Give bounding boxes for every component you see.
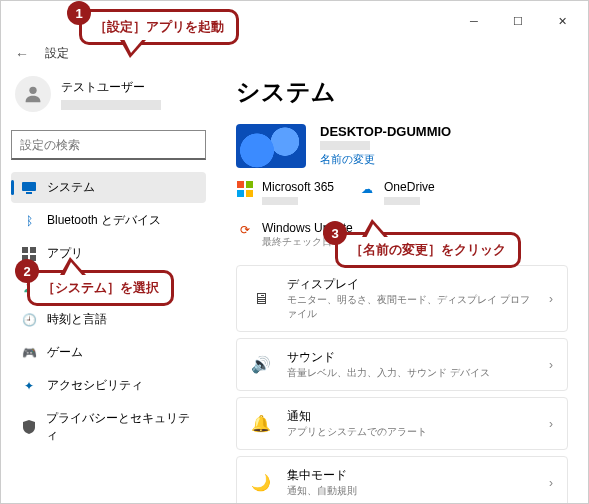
- game-icon: 🎮: [21, 345, 37, 361]
- nav-label: システム: [47, 179, 95, 196]
- nav-label: ゲーム: [47, 344, 83, 361]
- a11y-icon: ✦: [21, 378, 37, 394]
- nav-time-language[interactable]: 🕘 時刻と言語: [11, 304, 206, 335]
- m365-icon: [236, 180, 254, 198]
- nav: システム ᛒ Bluetooth とデバイス 🌐 ネットワークとインターネット …: [11, 172, 206, 451]
- sound-icon: 🔊: [251, 355, 271, 374]
- display-icon: 🖥: [251, 290, 271, 308]
- nav-label: Bluetooth とデバイス: [47, 212, 161, 229]
- redacted: [262, 197, 298, 205]
- nav-label: アクセシビリティ: [47, 377, 143, 394]
- annotation-badge-3: 3: [323, 221, 347, 245]
- svg-rect-3: [22, 247, 28, 253]
- redacted: [384, 197, 420, 205]
- card-sub: モニター、明るさ、夜間モード、ディスプレイ プロファイル: [287, 293, 533, 321]
- chevron-right-icon: ›: [549, 292, 553, 306]
- shield-icon: [21, 419, 36, 435]
- nav-bluetooth[interactable]: ᛒ Bluetooth とデバイス: [11, 205, 206, 236]
- svg-point-0: [29, 87, 36, 94]
- card-title: 通知: [287, 408, 533, 425]
- device-block: DESKTOP-DGUMMIO 名前の変更: [236, 124, 568, 168]
- onedrive-icon: ☁: [358, 180, 376, 198]
- clock-icon: 🕘: [21, 312, 37, 328]
- close-button[interactable]: ✕: [540, 6, 584, 36]
- minimize-button[interactable]: ─: [452, 6, 496, 36]
- svg-rect-10: [237, 190, 244, 197]
- avatar: [15, 76, 51, 112]
- svg-rect-1: [22, 182, 36, 191]
- chevron-right-icon: ›: [549, 417, 553, 431]
- card-title: サウンド: [287, 349, 533, 366]
- device-model-redacted: [320, 141, 370, 150]
- annotation-1: ［設定］アプリを起動: [79, 9, 239, 45]
- nav-gaming[interactable]: 🎮 ゲーム: [11, 337, 206, 368]
- search-input[interactable]: [11, 130, 206, 160]
- annotation-2: ［システム］を選択: [27, 270, 174, 306]
- search-box[interactable]: [11, 130, 206, 160]
- rename-link[interactable]: 名前の変更: [320, 152, 451, 167]
- user-email-redacted: [61, 100, 161, 110]
- tile-m365[interactable]: Microsoft 365: [236, 180, 334, 205]
- tile-label: Microsoft 365: [262, 180, 334, 194]
- svg-rect-4: [30, 247, 36, 253]
- moon-icon: 🌙: [251, 473, 271, 492]
- annotation-text: ［名前の変更］をクリック: [350, 242, 506, 257]
- annotation-badge-1: 1: [67, 1, 91, 25]
- user-name: テストユーザー: [61, 79, 161, 96]
- card-display[interactable]: 🖥 ディスプレイモニター、明るさ、夜間モード、ディスプレイ プロファイル ›: [236, 265, 568, 332]
- main: システム DESKTOP-DGUMMIO 名前の変更 Microsoft 365…: [216, 72, 588, 504]
- annotation-text: ［システム］を選択: [42, 280, 159, 295]
- header: ← 設定: [1, 41, 588, 72]
- annotation-3: ［名前の変更］をクリック: [335, 232, 521, 268]
- card-title: ディスプレイ: [287, 276, 533, 293]
- nav-apps[interactable]: アプリ: [11, 238, 206, 269]
- card-sub: 音量レベル、出力、入力、サウンド デバイス: [287, 366, 533, 380]
- card-sub: アプリとシステムでのアラート: [287, 425, 533, 439]
- annotation-badge-2: 2: [15, 259, 39, 283]
- nav-accessibility[interactable]: ✦ アクセシビリティ: [11, 370, 206, 401]
- card-sub: 通知、自動規則: [287, 484, 533, 498]
- maximize-button[interactable]: ☐: [496, 6, 540, 36]
- nav-label: 時刻と言語: [47, 311, 107, 328]
- device-name: DESKTOP-DGUMMIO: [320, 124, 451, 139]
- update-icon: ⟳: [236, 221, 254, 239]
- card-notifications[interactable]: 🔔 通知アプリとシステムでのアラート ›: [236, 397, 568, 450]
- status-tiles: Microsoft 365 ☁ OneDrive: [236, 180, 568, 205]
- svg-rect-9: [246, 181, 253, 188]
- device-thumbnail: [236, 124, 306, 168]
- system-icon: [21, 180, 37, 196]
- nav-privacy[interactable]: プライバシーとセキュリティ: [11, 403, 206, 451]
- svg-rect-8: [237, 181, 244, 188]
- card-sound[interactable]: 🔊 サウンド音量レベル、出力、入力、サウンド デバイス ›: [236, 338, 568, 391]
- bell-icon: 🔔: [251, 414, 271, 433]
- tile-label: OneDrive: [384, 180, 435, 194]
- settings-cards: 🖥 ディスプレイモニター、明るさ、夜間モード、ディスプレイ プロファイル › 🔊…: [236, 265, 568, 504]
- card-focus[interactable]: 🌙 集中モード通知、自動規則 ›: [236, 456, 568, 504]
- back-button[interactable]: ←: [15, 46, 29, 62]
- chevron-right-icon: ›: [549, 358, 553, 372]
- svg-rect-2: [26, 192, 32, 194]
- user-block[interactable]: テストユーザー: [11, 72, 206, 122]
- page-title: システム: [236, 76, 568, 108]
- annotation-text: ［設定］アプリを起動: [94, 19, 224, 34]
- nav-system[interactable]: システム: [11, 172, 206, 203]
- app-title: 設定: [45, 45, 69, 62]
- bluetooth-icon: ᛒ: [21, 213, 37, 229]
- tile-onedrive[interactable]: ☁ OneDrive: [358, 180, 435, 205]
- chevron-right-icon: ›: [549, 476, 553, 490]
- svg-rect-11: [246, 190, 253, 197]
- card-title: 集中モード: [287, 467, 533, 484]
- nav-label: プライバシーとセキュリティ: [46, 410, 196, 444]
